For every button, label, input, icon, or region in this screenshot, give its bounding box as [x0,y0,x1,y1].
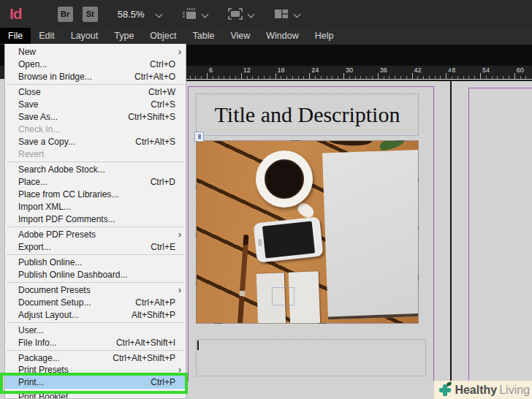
menu-item-shortcut: Ctrl+Shift+S [128,112,175,122]
menu-item-shortcut: Ctrl+Alt+S [135,137,175,147]
menu-item-user[interactable]: User... [5,324,186,336]
smartphone [253,216,323,262]
menu-separator [5,349,186,352]
menu-item-close[interactable]: CloseCtrl+W [5,86,186,98]
menubar-item-edit[interactable]: Edit [31,28,63,44]
title-text-frame[interactable]: Title and Description [196,94,419,136]
menu-item-shortcut: Ctrl+Alt+O [134,72,175,82]
margin-guide-top-left-page [188,86,434,87]
link-icon: ∞ [195,134,202,139]
arrange-documents-icon [273,7,289,20]
menu-item-export[interactable]: Export...Ctrl+E [5,240,186,253]
ruler-tick [412,73,413,79]
ruler-tick [514,73,515,79]
menu-item-label: Check In... [18,124,60,134]
margin-guide-left-right-page [468,88,469,381]
menu-item-check-in[interactable]: Check In... [5,123,186,135]
zoom-chevron-down-icon[interactable] [156,11,162,17]
pen [238,235,249,324]
coffee [265,159,304,199]
menubar-item-layout[interactable]: Layout [63,28,107,44]
screen-mode-button[interactable] [227,7,254,20]
image-frame[interactable] [196,140,419,324]
file-menu-dropdown: New›Open...Ctrl+OBrowse in Bridge...Ctrl… [4,44,186,399]
ruler-number: 30 [346,66,353,74]
submenu-arrow-icon: › [178,230,181,239]
menu-item-print-booklet[interactable]: Print Booklet... [5,389,186,399]
menu-item-save[interactable]: SaveCtrl+S [5,98,186,110]
view-options-chevron-down-icon [202,11,208,17]
menubar-item-table[interactable]: Table [184,28,222,44]
menu-separator [5,83,186,86]
view-options-button[interactable] [181,7,208,20]
menu-item-label: User... [18,325,44,335]
menu-item-shortcut: Alt+Shift+P [132,310,175,320]
menu-item-print[interactable]: Print...Ctrl+P [5,375,186,389]
watermark-badge: Healthy Living [434,381,532,399]
screen-mode-chevron-down-icon [248,11,254,17]
menubar-item-object[interactable]: Object [142,28,184,44]
menu-item-label: Print Presets [18,365,69,375]
menu-item-browse-in-bridge[interactable]: Browse in Bridge...Ctrl+Alt+O [5,70,186,83]
coffee-cup [256,151,313,208]
menu-separator [5,225,186,228]
menu-item-import-pdf-comments[interactable]: Import PDF Comments... [5,213,186,225]
body-text-frame[interactable] [196,339,426,376]
stock-button[interactable]: St [83,7,98,22]
menu-item-label: Print... [18,377,44,387]
ruler-number: 6 [209,66,213,74]
menu-item-label: Export... [18,242,51,252]
ruler-tick [378,73,379,79]
menu-item-package[interactable]: Package...Ctrl+Alt+Shift+P [5,352,186,364]
menu-item-save-a-copy[interactable]: Save a Copy...Ctrl+Alt+S [5,135,186,148]
bridge-button[interactable]: Br [58,7,73,22]
menubar-item-view[interactable]: View [222,28,258,44]
ruler-number: 42 [414,66,422,74]
menu-item-import-xml[interactable]: Import XML... [5,200,186,213]
menu-item-publish-online[interactable]: Publish Online... [5,256,186,268]
menu-item-file-info[interactable]: File Info...Ctrl+Alt+Shift+I [5,336,186,349]
menu-item-place-from-cc-libraries[interactable]: Place from CC Libraries... [5,188,186,200]
menu-item-new[interactable]: New› [5,45,186,58]
menu-item-label: Save As... [18,112,58,122]
menu-item-search-adobe-stock[interactable]: Search Adobe Stock... [5,163,186,175]
frame-center-handle[interactable] [272,287,294,305]
ruler-number: 48 [448,66,455,74]
menu-item-label: Place from CC Libraries... [18,189,118,200]
smartphone-screen [262,221,315,259]
menu-item-revert[interactable]: Revert [5,148,186,160]
menu-item-document-presets[interactable]: Document Presets› [5,284,186,296]
ruler-number: 54 [482,66,490,74]
menu-item-label: Publish Online... [18,257,82,267]
submenu-arrow-icon: › [178,286,181,294]
menu-item-save-as[interactable]: Save As...Ctrl+Shift+S [5,110,186,123]
menu-item-shortcut: Ctrl+S [151,99,175,110]
linked-image-badge[interactable]: ∞ [194,132,204,142]
menu-item-place[interactable]: Place...Ctrl+D [5,175,186,188]
menubar-item-window[interactable]: Window [258,28,306,44]
menu-item-adjust-layout[interactable]: Adjust Layout...Alt+Shift+P [5,308,186,321]
menu-item-adobe-pdf-presets[interactable]: Adobe PDF Presets› [5,228,186,240]
page-top-edge [186,80,532,81]
menu-item-shortcut: Ctrl+O [150,59,175,69]
menu-separator [5,160,186,163]
menu-item-label: Document Setup... [18,297,91,308]
zoom-level-value[interactable]: 58.5% [118,9,145,20]
menu-item-label: Save a Copy... [18,137,75,147]
ruler-number: 36 [380,66,387,74]
menu-item-shortcut: Ctrl+Alt+Shift+P [113,353,175,363]
menu-item-shortcut: Ctrl+E [151,242,175,252]
menu-item-print-presets[interactable]: Print Presets› [5,364,186,375]
menu-item-publish-online-dashboard[interactable]: Publish Online Dashboard... [5,268,186,281]
menu-item-document-setup[interactable]: Document Setup...Ctrl+Alt+P [5,296,186,308]
menubar-item-file[interactable]: File [0,28,31,44]
menubar-item-help[interactable]: Help [307,28,342,44]
margin-guide-right-left-page [433,86,434,381]
submenu-arrow-icon: › [178,48,181,56]
menubar-item-type[interactable]: Type [106,28,142,44]
text-cursor [197,341,199,350]
ruler-tick [207,73,208,79]
arrange-documents-button[interactable] [273,7,300,20]
watermark-text-light: Living [499,384,530,397]
menu-item-open[interactable]: Open...Ctrl+O [5,58,186,70]
